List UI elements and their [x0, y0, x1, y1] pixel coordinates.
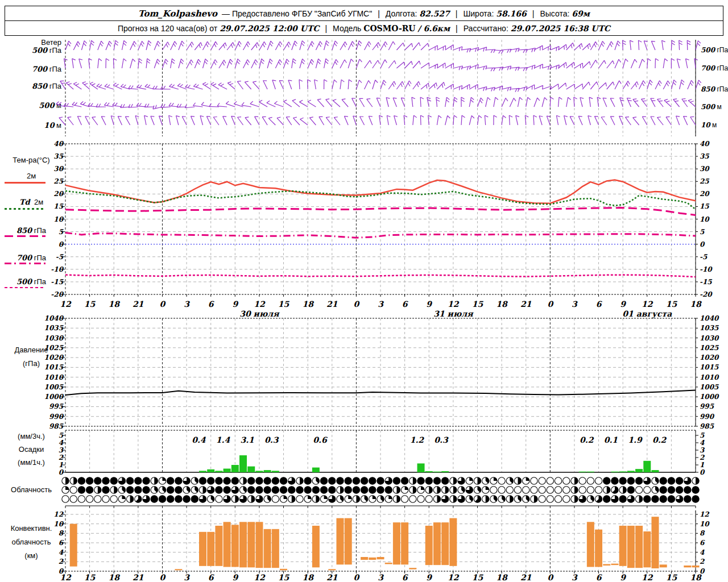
- svg-text:10: 10: [700, 520, 710, 528]
- svg-text:4: 4: [700, 548, 705, 556]
- svg-text:1.2: 1.2: [410, 435, 425, 444]
- svg-text:12: 12: [60, 300, 72, 309]
- precip-bar: [272, 471, 279, 472]
- convective-cloud-bar: [175, 569, 182, 570]
- svg-text:10 м: 10 м: [701, 121, 717, 129]
- svg-text:5: 5: [700, 228, 705, 236]
- convective-cloud-bar: [449, 518, 457, 566]
- svg-text:35: 35: [700, 152, 709, 160]
- svg-text:0: 0: [700, 240, 705, 248]
- precip-bar: [247, 467, 255, 472]
- convective-cloud-bar: [231, 525, 239, 567]
- svg-text:21: 21: [326, 300, 338, 309]
- svg-text:12: 12: [642, 300, 653, 309]
- svg-text:9: 9: [620, 300, 626, 309]
- convective-cloud-bar: [595, 530, 602, 567]
- svg-text:3.1: 3.1: [240, 435, 254, 444]
- svg-text:6: 6: [596, 300, 602, 309]
- svg-text:9: 9: [232, 300, 238, 309]
- precip-bar: [619, 471, 627, 472]
- meteogram-canvas: 500 гПа700 гПа850 гПа500 м10 м-20-20-15-…: [0, 0, 728, 582]
- svg-text:18: 18: [496, 300, 508, 309]
- svg-text:21: 21: [326, 573, 338, 582]
- convective-cloud-bar: [441, 522, 449, 565]
- svg-text:12: 12: [700, 510, 710, 518]
- svg-text:9: 9: [426, 573, 432, 582]
- svg-text:1015: 1015: [700, 363, 719, 371]
- convective-cloud-bar: [255, 522, 263, 568]
- svg-text:0.2: 0.2: [652, 435, 667, 444]
- pressure-series: [65, 390, 696, 395]
- precip-bar: [587, 472, 594, 472]
- convective-cloud-bar: [603, 564, 610, 566]
- cloudiness-panel: [62, 477, 699, 508]
- svg-text:1025: 1025: [44, 344, 64, 352]
- precip-bar: [441, 471, 449, 472]
- convective-cloud-bar: [280, 569, 287, 571]
- svg-text:0.2: 0.2: [580, 435, 594, 444]
- svg-text:1035: 1035: [44, 324, 64, 332]
- svg-text:0.3: 0.3: [264, 435, 279, 444]
- svg-text:-15: -15: [700, 278, 712, 286]
- svg-text:15: 15: [278, 300, 290, 309]
- convective-cloud-bar: [312, 526, 320, 567]
- svg-text:0: 0: [160, 573, 166, 582]
- svg-text:18: 18: [108, 573, 120, 582]
- precip-bar: [627, 471, 635, 472]
- svg-text:6: 6: [208, 573, 214, 582]
- svg-text:0: 0: [547, 300, 553, 309]
- svg-text:12: 12: [254, 300, 266, 309]
- precip-bar: [579, 472, 586, 472]
- svg-text:0.6: 0.6: [313, 435, 328, 444]
- convective-cloud-bar: [336, 518, 344, 565]
- svg-text:3: 3: [378, 573, 384, 582]
- precip-bar: [651, 470, 659, 472]
- lower-time-axis: 1215182103691215182103691215182103691215…: [60, 571, 702, 582]
- svg-text:18: 18: [690, 573, 702, 582]
- svg-text:3: 3: [184, 573, 190, 582]
- convective-cloud-bar: [660, 564, 667, 567]
- convective-cloud-bar: [385, 563, 392, 564]
- svg-text:995: 995: [700, 402, 714, 410]
- precip-bar: [215, 471, 222, 472]
- svg-text:40: 40: [700, 140, 710, 148]
- svg-text:1040: 1040: [700, 314, 719, 322]
- svg-text:5: 5: [700, 431, 705, 439]
- convective-cloud-bar: [247, 522, 255, 567]
- svg-text:12: 12: [448, 300, 460, 309]
- svg-text:985: 985: [700, 422, 714, 430]
- svg-text:9: 9: [620, 573, 626, 582]
- svg-text:9: 9: [232, 573, 238, 582]
- convective-cloud-bar: [393, 522, 400, 564]
- convective-cloud-bar: [207, 532, 214, 566]
- svg-text:6: 6: [700, 539, 705, 547]
- svg-text:0.3: 0.3: [434, 435, 449, 444]
- svg-text:12: 12: [448, 573, 460, 582]
- svg-text:15: 15: [700, 202, 709, 210]
- svg-text:10: 10: [700, 215, 710, 223]
- convective-cloud-bar: [328, 569, 336, 570]
- convective-cloud-bar: [199, 532, 206, 566]
- convective-cloud-bar: [377, 557, 384, 559]
- svg-text:1030: 1030: [700, 334, 719, 342]
- svg-text:15: 15: [472, 300, 484, 309]
- svg-text:990: 990: [700, 413, 715, 421]
- precip-bar: [611, 472, 618, 472]
- svg-text:1000: 1000: [700, 393, 719, 401]
- precip-bar: [207, 469, 214, 472]
- svg-text:15: 15: [84, 300, 96, 309]
- svg-text:700 гПа: 700 гПа: [701, 64, 728, 72]
- svg-text:2: 2: [700, 558, 705, 566]
- svg-text:6: 6: [402, 573, 408, 582]
- svg-text:15: 15: [278, 573, 290, 582]
- convective-cloud-bar: [684, 566, 691, 567]
- svg-text:3: 3: [572, 573, 578, 582]
- svg-text:3: 3: [378, 300, 384, 309]
- convective-cloud-bar: [619, 526, 627, 566]
- svg-text:2: 2: [700, 454, 705, 462]
- svg-text:18: 18: [302, 573, 314, 582]
- convective-cloud-bar: [70, 524, 77, 567]
- svg-text:18: 18: [302, 300, 314, 309]
- svg-text:1005: 1005: [700, 383, 719, 391]
- svg-text:1005: 1005: [44, 383, 64, 391]
